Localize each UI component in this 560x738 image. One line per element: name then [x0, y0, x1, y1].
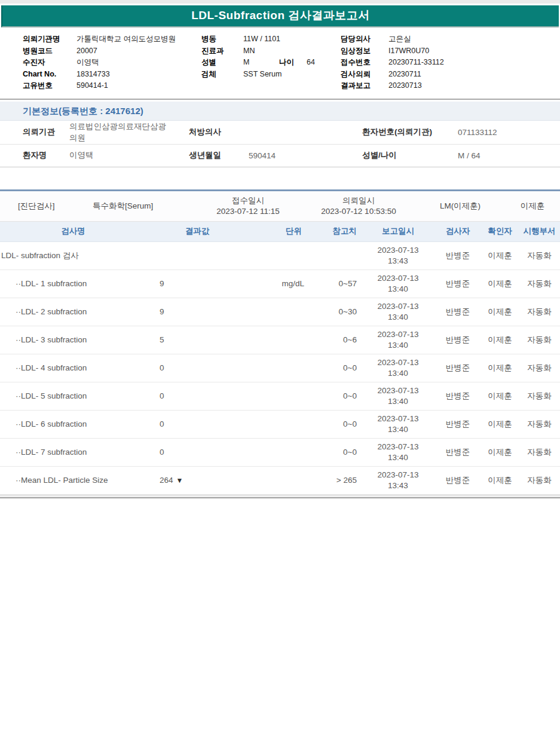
request-label: 의뢰일시 [302, 195, 415, 206]
result-value: 9 [160, 279, 164, 288]
report-date: 2023-07-13 [362, 301, 434, 312]
reference-range-cell: 0~0 [308, 363, 362, 372]
report-time: 13:40 [362, 368, 434, 379]
verifier-cell: 이제훈 [481, 335, 519, 345]
basic-label-2: 처방의사 [189, 127, 249, 137]
test-name-cell: ··LDL- 6 subfraction [0, 419, 146, 428]
department-cell: 자동화 [519, 419, 560, 430]
department-cell: 자동화 [519, 278, 560, 289]
result-value: 9 [160, 307, 164, 316]
order-request-datetime: 의뢰일시 2023-07-12 10:53:50 [302, 195, 415, 216]
reference-range-cell: 0~0 [308, 419, 362, 428]
result-value-cell: 9 [146, 307, 248, 316]
result-value: 264 [160, 476, 173, 485]
report-title: LDL-Subfraction 검사결과보고서 [191, 9, 370, 22]
field-value: 20230711 [388, 70, 421, 78]
reference-range-cell: > 265 [308, 476, 362, 485]
result-row: ··Mean LDL- Particle Size 264▼ > 265 202… [0, 467, 560, 495]
report-time: 13:40 [362, 284, 434, 295]
field-value: I17WR0U70 [388, 47, 429, 55]
basic-info-table: 의뢰기관 의료법인삼광의료재단삼광의원 처방의사 환자번호(의뢰기관) 0711… [0, 121, 560, 167]
result-row: ··LDL- 5 subfraction 0 0~0 2023-07-13 13… [0, 382, 560, 411]
field-label: 병동 [201, 33, 243, 45]
field-label: 검체 [201, 69, 243, 81]
report-datetime-cell: 2023-07-13 13:40 [362, 385, 434, 406]
result-value-cell: 0 [146, 363, 248, 372]
test-name-cell: LDL- subfraction 검사 [0, 250, 146, 261]
col-header-tester: 검사자 [434, 226, 481, 237]
col-header-department: 시행부서 [519, 226, 560, 237]
basic-value-3: 071133112 [458, 128, 560, 137]
verifier-cell: 이제훈 [481, 475, 519, 486]
verifier-cell: 이제훈 [481, 419, 519, 430]
report-time: 13:43 [362, 256, 434, 267]
field-value-secondary: 64 [307, 58, 315, 66]
low-flag-icon: ▼ [176, 476, 183, 485]
field-label: 의뢰기관명 [23, 33, 76, 45]
basic-value-1: 이영택 [69, 149, 174, 161]
header-field: 결과보고20230713 [341, 80, 560, 92]
order-category: [진단검사] [0, 201, 93, 212]
department-cell: 자동화 [519, 391, 560, 402]
reference-range-cell: 0~0 [308, 448, 362, 457]
report-date: 2023-07-13 [362, 329, 434, 340]
field-label: 검사의뢰 [341, 69, 388, 81]
header-field: 진료과MN [201, 45, 341, 57]
order-panel: 특수화학[Serum] [93, 201, 194, 212]
test-name-cell: ··LDL- 4 subfraction [0, 363, 146, 372]
basic-label-3: 환자번호(의뢰기관) [362, 127, 458, 137]
header-field: 임상정보I17WR0U70 [341, 45, 560, 57]
tester-cell: 반병준 [434, 363, 481, 373]
header-field: Chart No.18314733 [23, 69, 201, 81]
field-value: 20230713 [388, 81, 422, 90]
field-label: 접수번호 [341, 57, 388, 69]
result-value: 0 [160, 363, 164, 372]
result-row: LDL- subfraction 검사 2023-07-13 13:43 반병준… [0, 242, 560, 270]
result-value: 0 [160, 391, 164, 400]
window-top-strip [0, 0, 560, 4]
header-info-col3: 담당의사고은실 임상정보I17WR0U70 접수번호20230711-33112… [341, 33, 560, 92]
field-value: 가톨릭대학교 여의도성모병원 [76, 35, 176, 43]
report-datetime-cell: 2023-07-13 13:40 [362, 357, 434, 378]
result-value-cell: 0 [146, 419, 248, 428]
field-value: SST Serum [243, 69, 281, 81]
report-time: 13:40 [362, 424, 434, 435]
field-label: 성별 [201, 57, 243, 69]
report-title-banner: LDL-Subfraction 검사결과보고서 [1, 5, 559, 27]
order-staff: 이제훈 [505, 201, 560, 212]
field-label: 임상정보 [341, 45, 388, 57]
order-receipt-datetime: 접수일시 2023-07-12 11:15 [194, 195, 302, 216]
reference-range-cell: 0~30 [308, 307, 362, 316]
basic-info-section-header: 기본정보(등록번호 : 2417612) [0, 102, 560, 121]
result-row: ··LDL- 4 subfraction 0 0~0 2023-07-13 13… [0, 354, 560, 382]
result-value-cell: 0 [146, 391, 248, 400]
result-value-cell [146, 251, 248, 260]
verifier-cell: 이제훈 [481, 363, 519, 373]
report-date: 2023-07-13 [362, 385, 434, 396]
unit-cell: mg/dL [248, 279, 308, 288]
field-label: 병원코드 [23, 45, 76, 57]
department-cell: 자동화 [519, 250, 560, 261]
basic-value-3: M / 64 [458, 151, 560, 160]
field-value: MN [243, 45, 279, 57]
field-label: 진료과 [201, 45, 243, 57]
result-value-cell: 264▼ [146, 476, 248, 485]
report-date: 2023-07-13 [362, 470, 434, 480]
col-header-unit: 단위 [248, 226, 308, 237]
report-datetime-cell: 2023-07-13 13:43 [362, 245, 434, 266]
result-row: ··LDL- 1 subfraction 9 mg/dL 0~57 2023-0… [0, 270, 560, 298]
header-field: 병원코드20007 [23, 45, 201, 57]
tester-cell: 반병준 [434, 335, 481, 345]
verifier-cell: 이제훈 [481, 278, 519, 289]
report-time: 13:40 [362, 312, 434, 323]
reference-range-cell: 0~6 [308, 335, 362, 344]
header-field: 병동11W / 1101 [201, 33, 341, 45]
basic-label-2: 생년월일 [189, 150, 249, 161]
receipt-datetime: 2023-07-12 11:15 [194, 206, 302, 217]
test-name-cell: ··LDL- 3 subfraction [0, 335, 146, 344]
test-name-cell: ··LDL- 2 subfraction [0, 307, 146, 316]
header-field: 담당의사고은실 [341, 33, 560, 45]
receipt-label: 접수일시 [194, 195, 302, 206]
tester-cell: 반병준 [434, 391, 481, 402]
request-datetime: 2023-07-12 10:53:50 [302, 206, 415, 217]
